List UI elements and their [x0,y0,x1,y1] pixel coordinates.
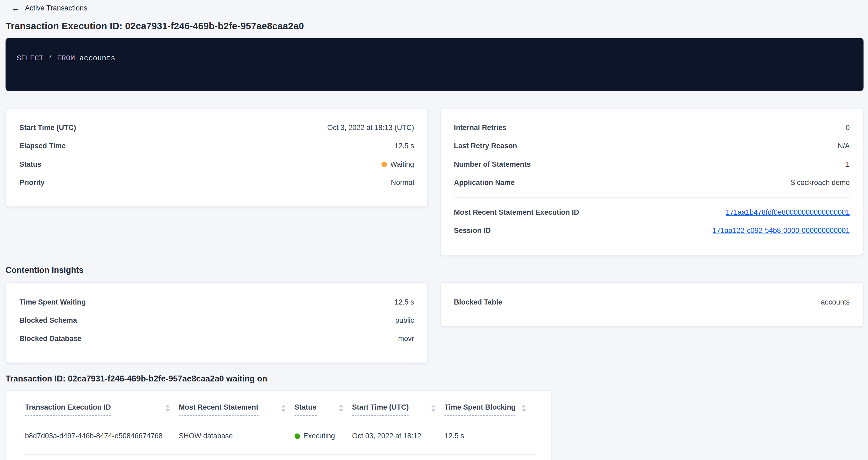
table-row: b8d7d03a-d497-446b-8474-e50846674768 SHO… [25,418,535,455]
contention-left-card: Time Spent Waiting 12.5 s Blocked Schema… [6,282,428,363]
blocked-schema-value: public [395,316,414,324]
time-spent-waiting-value: 12.5 s [394,298,414,306]
sql-asterisk: * [43,54,57,62]
sort-icon [165,405,170,412]
status-label: Status [19,160,41,168]
sort-icon [281,405,286,412]
cell-transaction-execution-id: b8d7d03a-d497-446b-8474-e50846674768 [25,432,179,440]
field-row-status: Status Waiting [19,155,414,173]
internal-retries-label: Internal Retries [454,123,506,132]
sort-icon [431,405,436,412]
executing-status-dot-icon [294,433,300,439]
blocked-table-value: accounts [821,298,849,306]
details-card: Internal Retries 0 Last Retry Reason N/A… [440,108,864,255]
overview-card: Start Time (UTC) Oct 3, 2022 at 18:13 (U… [6,108,428,207]
application-name-label: Application Name [454,178,515,187]
column-label: Time Spent Blocking [444,403,516,416]
sql-statement-box: SELECT * FROM accounts [6,38,864,91]
field-row-number-of-statements: Number of Statements 1 [454,155,849,173]
waiting-on-heading: Transaction ID: 02ca7931-f246-469b-b2fe-… [6,373,864,384]
contention-right-card: Blocked Table accounts [440,282,864,327]
priority-label: Priority [19,178,44,187]
sort-icon [339,405,343,412]
back-link[interactable]: ← Active Transactions [11,3,87,14]
cell-most-recent-statement: SHOW database [179,432,294,440]
sql-from-keyword: FROM [57,54,75,62]
field-row-elapsed-time: Elapsed Time 12.5 s [19,137,414,155]
field-row-start-time: Start Time (UTC) Oct 3, 2022 at 18:13 (U… [19,119,414,137]
card-divider [454,197,849,197]
page-title: Transaction Execution ID: 02ca7931-f246-… [6,20,864,33]
field-row-statement-execution-id: Most Recent Statement Execution ID 171aa… [454,203,849,221]
column-header-start-time[interactable]: Start Time (UTC) [352,403,444,416]
statement-execution-id-label: Most Recent Statement Execution ID [454,208,579,216]
blocked-database-label: Blocked Database [19,334,81,343]
contention-cards-row: Time Spent Waiting 12.5 s Blocked Schema… [6,282,864,363]
number-of-statements-label: Number of Statements [454,160,530,168]
table-header-row: Transaction Execution ID Most Recent Sta… [25,398,535,418]
column-label: Most Recent Statement [179,403,258,416]
cell-status: Executing [294,432,352,440]
field-row-internal-retries: Internal Retries 0 [454,119,849,137]
column-header-transaction-execution-id[interactable]: Transaction Execution ID [25,403,179,416]
start-time-label: Start Time (UTC) [19,123,76,132]
blocked-table-label: Blocked Table [454,298,502,306]
column-label: Start Time (UTC) [352,403,408,416]
back-arrow-icon: ← [11,3,20,14]
sql-statement: SELECT * FROM accounts [17,54,115,62]
sql-select-keyword: SELECT [17,54,43,62]
back-link-label: Active Transactions [25,3,87,14]
sql-table-name: accounts [75,54,115,62]
field-row-last-retry-reason: Last Retry Reason N/A [454,137,849,155]
session-id-label: Session ID [454,226,491,235]
field-row-blocked-table: Blocked Table accounts [454,293,849,311]
blocked-database-value: movr [398,334,414,343]
contention-insights-heading: Contention Insights [6,265,864,276]
start-time-value: Oct 3, 2022 at 18:13 (UTC) [327,123,414,132]
application-name-value: $ cockroach demo [791,178,849,187]
waiting-transactions-table: Transaction Execution ID Most Recent Sta… [6,390,552,460]
field-row-blocked-database: Blocked Database movr [19,330,414,348]
time-spent-waiting-label: Time Spent Waiting [19,298,86,306]
statement-execution-id-link[interactable]: 171aa1b478fdf0e80000000000000001 [726,208,850,216]
status-text: Waiting [390,160,414,168]
session-id-link[interactable]: 171aa122-c092-54b8-0000-000000000001 [713,226,850,235]
number-of-statements-value: 1 [846,160,850,168]
field-row-priority: Priority Normal [19,173,414,191]
column-label: Transaction Execution ID [25,403,111,416]
last-retry-reason-value: N/A [838,142,850,150]
field-row-session-id: Session ID 171aa122-c092-54b8-0000-00000… [454,221,849,240]
cell-time-spent-blocking: 12.5 s [444,432,535,440]
transaction-details-page: ← Active Transactions Transaction Execut… [0,0,868,460]
field-row-application-name: Application Name $ cockroach demo [454,173,849,191]
column-label: Status [294,403,317,416]
last-retry-reason-label: Last Retry Reason [454,142,517,150]
elapsed-time-label: Elapsed Time [19,142,66,150]
field-row-time-spent-waiting: Time Spent Waiting 12.5 s [19,293,414,311]
status-text: Executing [304,432,335,440]
column-header-time-spent-blocking[interactable]: Time Spent Blocking [444,403,535,416]
waiting-status-dot-icon [381,161,387,167]
priority-value: Normal [391,178,414,187]
summary-cards-row: Start Time (UTC) Oct 3, 2022 at 18:13 (U… [6,108,864,255]
blocked-schema-label: Blocked Schema [19,316,77,324]
cell-start-time: Oct 03, 2022 at 18:12 [352,432,444,440]
column-header-most-recent-statement[interactable]: Most Recent Statement [179,403,294,416]
field-row-blocked-schema: Blocked Schema public [19,311,414,330]
elapsed-time-value: 12.5 s [394,142,414,150]
status-value: Waiting [381,160,414,168]
internal-retries-value: 0 [846,123,850,132]
sort-icon [521,405,526,412]
column-header-status[interactable]: Status [294,403,352,416]
